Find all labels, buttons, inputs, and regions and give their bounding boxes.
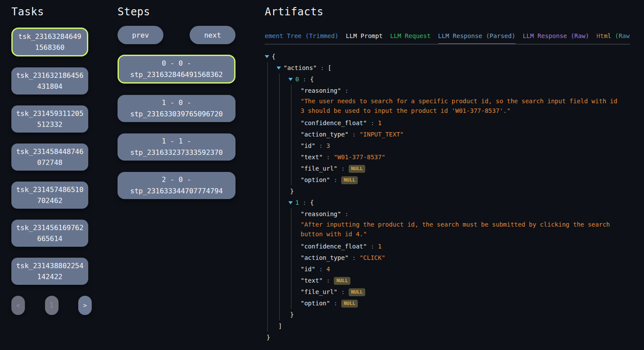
step-list: 0 - 0 - stp_2316328464915683621 - 0 - st…: [118, 55, 235, 199]
pagination-prev-button[interactable]: <: [11, 296, 25, 315]
json-number: 4: [326, 266, 330, 273]
task-button[interactable]: tsk_231438802254142422: [11, 258, 88, 285]
collapse-arrow-icon[interactable]: [288, 201, 293, 204]
indent-guide: [291, 174, 291, 186]
json-brace: }: [290, 311, 294, 318]
tree-row: }: [265, 332, 630, 343]
tree-row: "confidence_float" : 1: [265, 117, 630, 129]
step-button[interactable]: 2 - 0 - stp_231633344707774794: [118, 172, 235, 199]
step-button[interactable]: 0 - 0 - stp_231632846491568362: [118, 55, 235, 84]
indent-guide: [267, 186, 268, 197]
indent-guide: [291, 263, 291, 275]
tab-llm-request[interactable]: LLM Request: [390, 30, 431, 44]
step-button-label: 0 - 0 - stp_231632846491568362: [127, 58, 226, 80]
tab-ement-tree-trimmed[interactable]: ement Tree (Trimmed): [265, 30, 339, 44]
task-button[interactable]: tsk_231632186456431804: [11, 67, 88, 94]
json-colon: :: [349, 131, 360, 138]
indent-guide: [267, 252, 268, 263]
json-brace: {: [310, 199, 314, 206]
json-key: "confidence_float": [301, 119, 367, 126]
indent-guide: [267, 275, 268, 286]
indent-guide: [267, 74, 268, 85]
indent-guide: [291, 140, 291, 151]
task-button[interactable]: tsk_231457486510702462: [11, 182, 88, 209]
collapse-arrow-icon[interactable]: [288, 78, 293, 81]
json-number: 1: [378, 119, 381, 126]
json-key: "actions": [284, 64, 317, 71]
tree-row: "action_type" : "INPUT_TEXT": [265, 129, 630, 140]
step-button-label: 1 - 1 - stp_231633237333592370: [125, 136, 228, 158]
collapse-arrow-icon[interactable]: [277, 66, 281, 70]
tree-row: 1 : {: [265, 197, 630, 208]
tree-row: "actions" : [: [265, 62, 630, 74]
task-button[interactable]: tsk_231458448746072748: [11, 144, 88, 171]
tab-html-raw[interactable]: Html (Raw): [596, 30, 630, 44]
indent-guide: [267, 309, 268, 320]
indent-guide: [279, 174, 280, 186]
tree-row: "id" : 4: [265, 263, 630, 275]
null-badge: NULL: [349, 165, 366, 173]
tree-row: "reasoning" : "The user needs to search …: [265, 85, 630, 117]
json-key: "file_url": [301, 165, 337, 172]
tasks-panel: Tasks tsk_231632846491568360tsk_23163218…: [11, 5, 88, 315]
tree-row: }: [265, 309, 630, 320]
step-button[interactable]: 1 - 1 - stp_231633237333592370: [118, 133, 235, 161]
json-brace: }: [267, 334, 270, 341]
json-brace: ]: [278, 322, 282, 329]
json-key: "action_type": [301, 131, 349, 138]
step-button[interactable]: 1 - 0 - stp_231633039765096720: [118, 95, 235, 122]
json-key: "action_type": [301, 254, 349, 261]
indent-guide: [267, 129, 268, 140]
task-button-label: tsk_231457486510702462: [16, 184, 84, 206]
tree-row: {: [265, 51, 630, 62]
tab-llm-prompt[interactable]: LLM Prompt: [346, 30, 383, 44]
tab-llm-response-raw[interactable]: LLM Response (Raw): [523, 30, 589, 44]
task-button-label: tsk_231459311205512332: [16, 108, 84, 130]
indent-guide: [279, 129, 280, 140]
collapse-arrow-icon[interactable]: [265, 55, 269, 58]
json-string: "W01-377-8537": [334, 154, 385, 161]
task-button-label: tsk_231632186456431804: [16, 70, 84, 92]
indent-guide: [291, 252, 291, 263]
indent-guide: [291, 298, 291, 309]
indent-guide: [279, 275, 280, 286]
null-badge: NULL: [341, 300, 358, 308]
indent-guide: [279, 186, 280, 197]
json-colon: :: [299, 199, 310, 206]
tree-row: }: [265, 186, 630, 197]
artifacts-title: Artifacts: [265, 5, 630, 18]
indent-guide: [267, 174, 268, 186]
task-button[interactable]: tsk_231632846491568360: [11, 28, 88, 56]
indent-guide: [279, 140, 280, 151]
null-badge: NULL: [349, 288, 366, 296]
task-button[interactable]: tsk_231456169762665614: [11, 220, 88, 247]
tab-llm-response-parsed[interactable]: LLM Response (Parsed): [438, 30, 516, 44]
null-badge: NULL: [341, 176, 358, 184]
tree-row: "option" : NULL: [265, 174, 630, 186]
json-number: 3: [326, 142, 330, 149]
task-button[interactable]: tsk_231459311205512332: [11, 105, 88, 133]
step-button-label: 1 - 0 - stp_231633039765096720: [125, 97, 228, 120]
indent-guide: [279, 85, 280, 117]
json-key: "option": [301, 300, 330, 307]
indent-guide: [267, 117, 268, 129]
indent-guide: [279, 197, 280, 208]
steps-next-button[interactable]: next: [190, 26, 235, 44]
pagination-next-button[interactable]: >: [78, 296, 92, 315]
pagination-page-button[interactable]: 1: [45, 296, 59, 315]
indent-guide: [267, 197, 268, 208]
indent-guide: [267, 208, 268, 241]
indent-guide: [267, 241, 268, 252]
indent-guide: [267, 286, 268, 298]
indent-guide: [291, 163, 291, 174]
indent-guide: [291, 275, 291, 286]
indent-guide: [279, 252, 280, 263]
indent-guide: [291, 208, 291, 241]
task-button-label: tsk_231458448746072748: [16, 146, 84, 168]
steps-title: Steps: [118, 5, 235, 18]
json-colon: :: [323, 277, 334, 284]
steps-prev-button[interactable]: prev: [118, 26, 163, 44]
steps-panel: Steps prev next 0 - 0 - stp_231632846491…: [118, 5, 235, 210]
json-colon: :: [337, 165, 348, 172]
tree-row: "id" : 3: [265, 140, 630, 151]
